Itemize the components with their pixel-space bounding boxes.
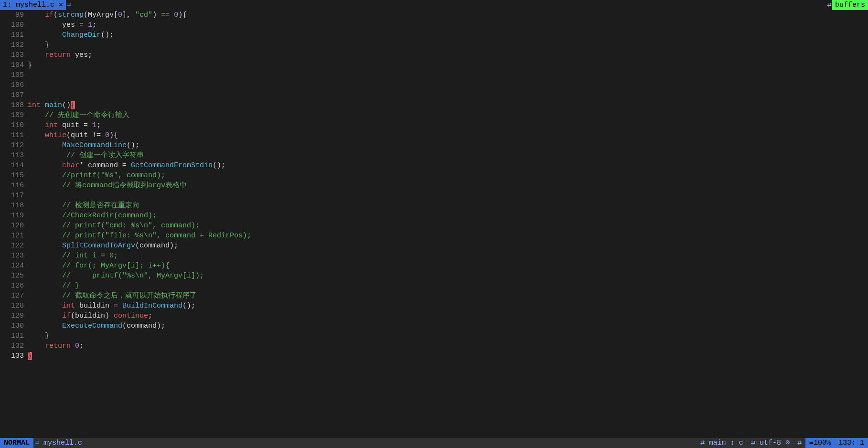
code-content[interactable]: int quit = 1; bbox=[28, 120, 868, 130]
sort-icon bbox=[730, 439, 735, 447]
code-line[interactable]: 123 // int i = 0; bbox=[0, 251, 868, 261]
code-content[interactable]: return 0; bbox=[28, 341, 868, 351]
code-content[interactable]: // 将command指令截取到argv表格中 bbox=[28, 181, 868, 191]
code-line[interactable]: 102 } bbox=[0, 40, 868, 50]
code-line[interactable]: 116 // 将command指令截取到argv表格中 bbox=[0, 181, 868, 191]
code-content[interactable]: int main(){ bbox=[28, 100, 868, 110]
code-line[interactable]: 109 // 先创建一个命令行输入 bbox=[0, 110, 868, 120]
code-content[interactable]: // 创建一个读入字符串 bbox=[28, 150, 868, 160]
scroll-percent: ≡100% bbox=[805, 438, 835, 448]
tabline: 1: myshell.c ✕ buffers bbox=[0, 0, 868, 10]
code-content[interactable]: // printf("cmd: %s\n", command); bbox=[28, 221, 868, 231]
code-content[interactable]: // for(; MyArgv[i]; i++){ bbox=[28, 261, 868, 271]
code-editor[interactable]: 99 if(strcmp(MyArgv[0], "cd") == 0){100 … bbox=[0, 10, 868, 438]
code-content[interactable]: ChangeDir(); bbox=[28, 30, 868, 40]
line-number: 109 bbox=[0, 110, 28, 120]
code-content[interactable]: if(strcmp(MyArgv[0], "cd") == 0){ bbox=[28, 10, 868, 20]
swap-icon-2 bbox=[751, 439, 755, 447]
code-line[interactable]: 133} bbox=[0, 351, 868, 361]
code-line[interactable]: 119 //CheckRedir(command); bbox=[0, 211, 868, 221]
code-content[interactable]: ExecuteCommand(command); bbox=[28, 321, 868, 331]
code-line[interactable]: 108int main(){ bbox=[0, 100, 868, 110]
code-line[interactable]: 113 // 创建一个读入字符串 bbox=[0, 150, 868, 160]
code-line[interactable]: 114 char* command = GetCommandFromStdin(… bbox=[0, 160, 868, 171]
statusline-left: NORMAL myshell.c bbox=[0, 438, 85, 448]
line-number: 118 bbox=[0, 201, 28, 211]
code-content[interactable]: // int i = 0; bbox=[28, 251, 868, 261]
code-content[interactable] bbox=[28, 90, 868, 100]
code-content[interactable] bbox=[28, 70, 868, 80]
code-content[interactable]: } bbox=[28, 60, 868, 70]
code-content[interactable]: // } bbox=[28, 281, 868, 291]
line-number: 111 bbox=[0, 130, 28, 140]
code-line[interactable]: 99 if(strcmp(MyArgv[0], "cd") == 0){ bbox=[0, 10, 868, 20]
line-number: 113 bbox=[0, 150, 28, 160]
code-line[interactable]: 131 } bbox=[0, 331, 868, 341]
code-content[interactable]: //printf("%s", command); bbox=[28, 171, 868, 181]
line-number: 121 bbox=[0, 231, 28, 241]
swap-icon bbox=[700, 439, 705, 447]
code-line[interactable]: 130 ExecuteCommand(command); bbox=[0, 321, 868, 331]
code-line[interactable]: 107 bbox=[0, 90, 868, 100]
statusline-filename: myshell.c bbox=[41, 438, 85, 448]
code-line[interactable]: 120 // printf("cmd: %s\n", command); bbox=[0, 221, 868, 231]
code-content[interactable]: // 截取命令之后，就可以开始执行程序了 bbox=[28, 291, 868, 301]
code-line[interactable]: 124 // for(; MyArgv[i]; i++){ bbox=[0, 261, 868, 271]
line-number: 127 bbox=[0, 291, 28, 301]
line-number: 101 bbox=[0, 30, 28, 40]
code-line[interactable]: 101 ChangeDir(); bbox=[0, 30, 868, 40]
code-content[interactable]: int buildin = BuildInCommand(); bbox=[28, 301, 868, 311]
code-content[interactable]: SplitComandToArgv(command); bbox=[28, 241, 868, 251]
line-number: 106 bbox=[0, 80, 28, 90]
code-line[interactable]: 129 if(buildin) continue; bbox=[0, 311, 868, 321]
line-number: 112 bbox=[0, 140, 28, 150]
code-content[interactable]: //CheckRedir(command); bbox=[28, 211, 868, 221]
tab-separator-icon bbox=[66, 0, 72, 10]
code-content[interactable]: // printf("file: %s\n", command + RedirP… bbox=[28, 231, 868, 241]
code-line[interactable]: 125 // printf("%s\n", MyArgv[i]); bbox=[0, 271, 868, 281]
code-line[interactable]: 106 bbox=[0, 80, 868, 90]
statusline: NORMAL myshell.c main c utf-8 ⊗ ≡100% 13… bbox=[0, 438, 868, 448]
code-line[interactable]: 126 // } bbox=[0, 281, 868, 291]
code-content[interactable]: return yes; bbox=[28, 50, 868, 60]
code-content[interactable]: char* command = GetCommandFromStdin(); bbox=[28, 160, 868, 171]
code-content[interactable]: while(quit != 0){ bbox=[28, 130, 868, 140]
code-content[interactable]: } bbox=[28, 331, 868, 341]
encoding: utf-8 ⊗ bbox=[747, 438, 793, 448]
line-number: 102 bbox=[0, 40, 28, 50]
tab-active[interactable]: 1: myshell.c ✕ bbox=[0, 0, 66, 10]
tab-right: buffers bbox=[826, 0, 868, 10]
code-line[interactable]: 105 bbox=[0, 70, 868, 80]
code-line[interactable]: 127 // 截取命令之后，就可以开始执行程序了 bbox=[0, 291, 868, 301]
code-content[interactable]: // 检测是否存在重定向 bbox=[28, 201, 868, 211]
code-line[interactable]: 104} bbox=[0, 60, 868, 70]
code-content[interactable] bbox=[28, 80, 868, 90]
code-line[interactable]: 121 // printf("file: %s\n", command + Re… bbox=[0, 231, 868, 241]
code-line[interactable]: 100 yes = 1; bbox=[0, 20, 868, 30]
code-content[interactable] bbox=[28, 191, 868, 201]
line-number: 115 bbox=[0, 171, 28, 181]
line-number: 114 bbox=[0, 160, 28, 171]
code-line[interactable]: 122 SplitComandToArgv(command); bbox=[0, 241, 868, 251]
code-content[interactable]: yes = 1; bbox=[28, 20, 868, 30]
code-content[interactable]: } bbox=[28, 40, 868, 50]
code-content[interactable]: MakeCommandLine(); bbox=[28, 140, 868, 150]
code-line[interactable]: 118 // 检测是否存在重定向 bbox=[0, 201, 868, 211]
code-content[interactable]: } bbox=[28, 351, 868, 361]
code-line[interactable]: 103 return yes; bbox=[0, 50, 868, 60]
code-line[interactable]: 128 int buildin = BuildInCommand(); bbox=[0, 301, 868, 311]
code-line[interactable]: 111 while(quit != 0){ bbox=[0, 130, 868, 140]
code-line[interactable]: 112 MakeCommandLine(); bbox=[0, 140, 868, 150]
line-number: 130 bbox=[0, 321, 28, 331]
code-line[interactable]: 132 return 0; bbox=[0, 341, 868, 351]
code-line[interactable]: 115 //printf("%s", command); bbox=[0, 171, 868, 181]
code-content[interactable]: // printf("%s\n", MyArgv[i]); bbox=[28, 271, 868, 281]
code-line[interactable]: 110 int quit = 1; bbox=[0, 120, 868, 130]
line-number: 133 bbox=[0, 351, 28, 361]
line-number: 125 bbox=[0, 271, 28, 281]
buffers-label[interactable]: buffers bbox=[832, 0, 868, 10]
code-content[interactable]: if(buildin) continue; bbox=[28, 311, 868, 321]
code-line[interactable]: 117 bbox=[0, 191, 868, 201]
line-number: 103 bbox=[0, 50, 28, 60]
code-content[interactable]: // 先创建一个命令行输入 bbox=[28, 110, 868, 120]
